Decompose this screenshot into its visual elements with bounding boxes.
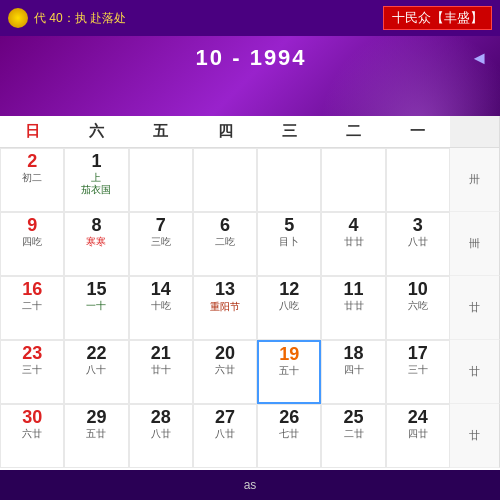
cell-empty-3: [257, 148, 321, 212]
date-8: 8: [69, 215, 123, 236]
cell-empty-2: [321, 148, 385, 212]
cell-26[interactable]: 26 七廿: [257, 404, 321, 468]
date-15: 15: [69, 279, 123, 300]
coin-icon: [8, 8, 28, 28]
bottom-bar: as: [0, 470, 500, 500]
cell-23-sun[interactable]: 23 三十: [0, 340, 64, 404]
cell-11[interactable]: 11 廿廿: [321, 276, 385, 340]
cell-13[interactable]: 13 重阳节: [193, 276, 257, 340]
app-container: 十民众【丰盛】 代 40：执 赴落处 ◄ 1994 - 10 一 二 三 四 五: [0, 0, 500, 500]
cell-10[interactable]: 10 六吃: [386, 276, 450, 340]
cell-15[interactable]: 15 一十: [64, 276, 128, 340]
nav-year: 1994: [250, 45, 307, 70]
date-10: 10: [391, 279, 445, 300]
week-label-header: [450, 116, 500, 147]
lunar-24: 四廿: [391, 428, 445, 440]
lunar-10: 六吃: [391, 300, 445, 312]
cell-5[interactable]: 5 目卜: [257, 212, 321, 276]
cell-empty-1: [386, 148, 450, 212]
date-23: 23: [5, 343, 59, 364]
cell-24[interactable]: 24 四廿: [386, 404, 450, 468]
week-row-5: 廿 24 四廿 25 二廿 26 七廿 27 八廿 28 八廿 29: [0, 404, 500, 468]
lunar-17: 三十: [391, 364, 445, 376]
lunar-22: 八十: [69, 364, 123, 376]
date-24: 24: [391, 407, 445, 428]
lunar-1b: 茄衣国: [69, 184, 123, 196]
date-12: 12: [262, 279, 316, 300]
cell-25[interactable]: 25 二廿: [321, 404, 385, 468]
lunar-20: 六廿: [198, 364, 252, 376]
top-bar-title: 十民众【丰盛】: [383, 6, 492, 30]
day-mon: 一: [386, 116, 450, 147]
cell-21[interactable]: 21 廿十: [129, 340, 193, 404]
cell-27[interactable]: 27 八廿: [193, 404, 257, 468]
cell-7[interactable]: 7 三吃: [129, 212, 193, 276]
cell-1-sat[interactable]: 1 上 茄衣国: [64, 148, 128, 212]
date-26: 26: [262, 407, 316, 428]
cell-28[interactable]: 28 八廿: [129, 404, 193, 468]
date-9: 9: [5, 215, 59, 236]
cell-19-today[interactable]: 19 五十: [257, 340, 321, 404]
day-wed: 三: [257, 116, 321, 147]
cell-14[interactable]: 14 十吃: [129, 276, 193, 340]
week-row-4: 廿 17 三十 18 四十 19 五十 20 六廿 21 廿十 22: [0, 340, 500, 404]
date-13: 13: [198, 279, 252, 300]
top-bar-right: 代 40：执 赴落处: [8, 8, 126, 28]
nav-left-arrow[interactable]: ◄: [470, 48, 488, 69]
cell-12[interactable]: 12 八吃: [257, 276, 321, 340]
date-18: 18: [326, 343, 380, 364]
date-7: 7: [134, 215, 188, 236]
lunar-27: 八廿: [198, 428, 252, 440]
date-4: 4: [326, 215, 380, 236]
lunar-5: 目卜: [262, 236, 316, 248]
top-bar-right-text: 代 40：执 赴落处: [34, 10, 126, 27]
cell-2-sun[interactable]: 2 初二: [0, 148, 64, 212]
lunar-25: 二廿: [326, 428, 380, 440]
cell-4[interactable]: 4 廿廿: [321, 212, 385, 276]
week-label-2: 卌: [450, 212, 500, 276]
nav-month: 10: [196, 45, 224, 70]
lunar-3: 八廿: [391, 236, 445, 248]
lunar-2: 初二: [5, 172, 59, 184]
date-6: 6: [198, 215, 252, 236]
lunar-30: 六廿: [5, 428, 59, 440]
cell-16-sun[interactable]: 16 二十: [0, 276, 64, 340]
cell-20[interactable]: 20 六廿: [193, 340, 257, 404]
week-label-3: 廿: [450, 276, 500, 340]
date-5: 5: [262, 215, 316, 236]
cell-29[interactable]: 29 五廿: [64, 404, 128, 468]
week-label-5: 廿: [450, 404, 500, 468]
date-1: 1: [69, 151, 123, 172]
date-16: 16: [5, 279, 59, 300]
date-2: 2: [5, 151, 59, 172]
date-17: 17: [391, 343, 445, 364]
lunar-23: 三十: [5, 364, 59, 376]
cell-6[interactable]: 6 二吃: [193, 212, 257, 276]
week-row-3: 廿 10 六吃 11 廿廿 12 八吃 13 重阳节 14 十吃 15: [0, 276, 500, 340]
calendar: 一 二 三 四 五 六 日 卅 1 上 茄衣国 2 初二: [0, 116, 500, 470]
date-22: 22: [69, 343, 123, 364]
lunar-6: 二吃: [198, 236, 252, 248]
cell-3[interactable]: 3 八廿: [386, 212, 450, 276]
date-30: 30: [5, 407, 59, 428]
cell-9-sun[interactable]: 9 四吃: [0, 212, 64, 276]
cell-22[interactable]: 22 八十: [64, 340, 128, 404]
nav-separator: -: [232, 45, 241, 70]
date-28: 28: [134, 407, 188, 428]
day-tue: 二: [321, 116, 385, 147]
cell-30-sun[interactable]: 30 六廿: [0, 404, 64, 468]
date-25: 25: [326, 407, 380, 428]
week-label-4: 廿: [450, 340, 500, 404]
lunar-7: 三吃: [134, 236, 188, 248]
lunar-29: 五廿: [69, 428, 123, 440]
lunar-21: 廿十: [134, 364, 188, 376]
top-bar: 十民众【丰盛】 代 40：执 赴落处: [0, 0, 500, 36]
cell-18[interactable]: 18 四十: [321, 340, 385, 404]
cell-17[interactable]: 17 三十: [386, 340, 450, 404]
cell-8[interactable]: 8 寒寒: [64, 212, 128, 276]
cell-empty-5: [129, 148, 193, 212]
day-sun: 日: [0, 116, 64, 147]
purple-bg: ◄ 1994 - 10: [0, 36, 500, 116]
bottom-text: as: [244, 478, 257, 492]
lunar-14: 十吃: [134, 300, 188, 312]
